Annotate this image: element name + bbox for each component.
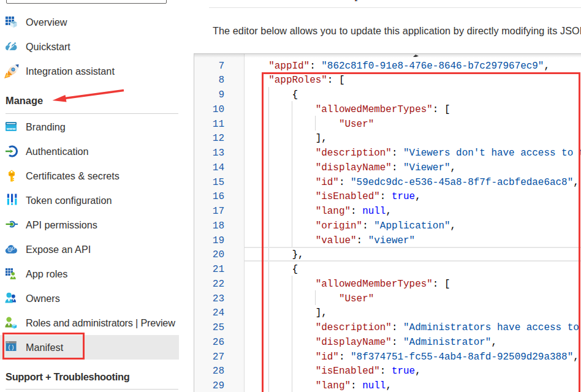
svg-text:www: www (6, 126, 16, 130)
